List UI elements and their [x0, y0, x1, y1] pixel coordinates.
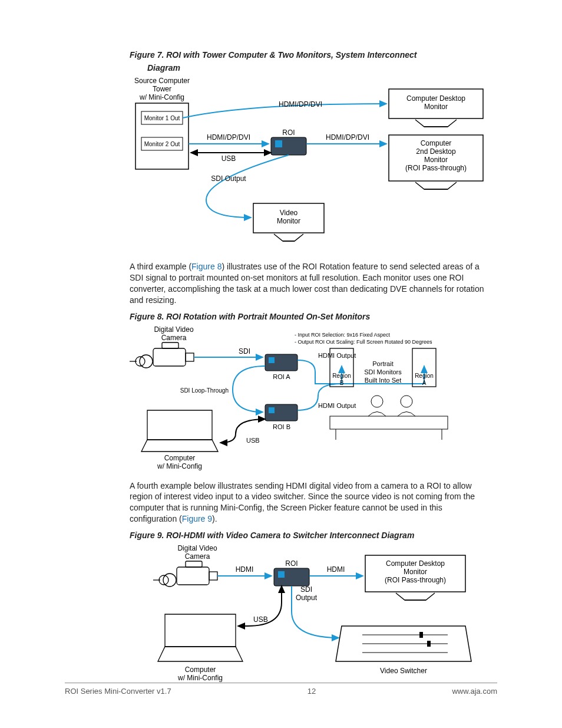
- svg-text:Region: Region: [415, 373, 434, 379]
- svg-text:ROI: ROI: [285, 559, 297, 568]
- svg-text:HDMI: HDMI: [327, 565, 345, 574]
- link-figure-8[interactable]: Figure 8: [191, 262, 222, 271]
- svg-text:HDMI/DP/DVI: HDMI/DP/DVI: [326, 133, 369, 141]
- svg-text:Video Switcher: Video Switcher: [380, 667, 427, 675]
- svg-text:Camera: Camera: [161, 334, 187, 342]
- svg-text:Computer: Computer: [164, 454, 196, 462]
- svg-text:SDI Monitors: SDI Monitors: [364, 368, 402, 375]
- svg-text:Computer Desktop: Computer Desktop: [406, 94, 465, 103]
- svg-text:SDI Loop-Through: SDI Loop-Through: [180, 387, 229, 394]
- svg-rect-97: [427, 641, 431, 647]
- svg-text:Digital Video: Digital Video: [177, 544, 217, 552]
- svg-text:Video: Video: [280, 209, 298, 217]
- svg-text:Built Into Set: Built Into Set: [365, 377, 401, 384]
- svg-text:Output: Output: [296, 594, 318, 602]
- svg-text:HDMI/DP/DVI: HDMI/DP/DVI: [207, 133, 250, 141]
- svg-text:Monitor 2 Out: Monitor 2 Out: [144, 141, 180, 147]
- svg-rect-65: [330, 416, 448, 429]
- svg-text:Monitor: Monitor: [424, 103, 448, 111]
- svg-rect-37: [153, 348, 186, 366]
- svg-rect-96: [419, 632, 423, 638]
- svg-text:w/ Mini-Config: w/ Mini-Config: [157, 462, 202, 470]
- link-figure-9[interactable]: Figure 9: [182, 514, 212, 523]
- svg-rect-19: [275, 140, 282, 147]
- svg-text:SDI: SDI: [239, 347, 250, 355]
- svg-rect-3: [135, 103, 189, 169]
- svg-text:w/ Mini-Config: w/ Mini-Config: [139, 93, 184, 101]
- paragraph-fourth-example: A fourth example below illustrates sendi…: [130, 480, 489, 525]
- figure-7-caption-line2: Diagram: [147, 63, 497, 73]
- figure-8-diagram: Digital Video Camera - Input ROI Selecti…: [130, 325, 497, 472]
- svg-text:Monitor 1 Out: Monitor 1 Out: [144, 115, 180, 121]
- svg-point-63: [371, 396, 383, 407]
- figure-8-caption: Figure 8. ROI Rotation with Portrait Mou…: [130, 312, 497, 321]
- svg-text:HDMI: HDMI: [236, 565, 254, 574]
- svg-text:B: B: [340, 380, 344, 386]
- svg-rect-74: [209, 572, 217, 580]
- svg-text:Monitor: Monitor: [404, 568, 427, 576]
- svg-text:USB: USB: [253, 615, 268, 624]
- svg-rect-47: [269, 407, 275, 413]
- svg-rect-44: [269, 357, 275, 363]
- footer-left: ROI Series Mini-Converter v1.7: [65, 687, 171, 696]
- svg-text:ROI: ROI: [282, 129, 295, 137]
- svg-text:(ROI Pass-through): (ROI Pass-through): [385, 576, 446, 584]
- svg-text:A: A: [422, 380, 427, 386]
- paragraph-third-example: A third example (Figure 8) illustrates u…: [130, 261, 489, 306]
- svg-text:Monitor: Monitor: [277, 217, 300, 225]
- footer-page-number: 12: [308, 687, 316, 696]
- svg-text:ROI A: ROI A: [273, 373, 290, 380]
- svg-text:Digital Video: Digital Video: [154, 325, 193, 334]
- page-footer: ROI Series Mini-Converter v1.7 12 www.aj…: [65, 683, 497, 696]
- svg-text:HDMI Output: HDMI Output: [318, 402, 356, 409]
- svg-text:Portrait: Portrait: [372, 360, 393, 367]
- svg-rect-80: [278, 571, 285, 578]
- svg-text:Region: Region: [332, 373, 351, 379]
- svg-rect-42: [162, 342, 178, 348]
- svg-text:Computer: Computer: [185, 666, 216, 674]
- svg-text:2nd Desktop: 2nd Desktop: [416, 147, 456, 156]
- svg-text:Camera: Camera: [185, 552, 210, 561]
- svg-text:Source Computer: Source Computer: [134, 77, 190, 85]
- svg-text:SDI Output: SDI Output: [211, 174, 246, 183]
- svg-text:Monitor: Monitor: [424, 156, 448, 164]
- svg-text:SDI: SDI: [300, 585, 312, 594]
- svg-text:Computer: Computer: [421, 139, 452, 147]
- document-page: Figure 7. ROI with Tower Computer & Two …: [0, 0, 562, 728]
- svg-rect-73: [177, 567, 209, 585]
- svg-text:Tower: Tower: [153, 85, 171, 93]
- svg-text:- Input ROI Selection: 9x16 Fi: - Input ROI Selection: 9x16 Fixed Aspect: [295, 332, 391, 338]
- figure-9-diagram: Digital Video Camera ROI Computer Deskto…: [130, 543, 497, 691]
- footer-right: www.aja.com: [452, 687, 497, 696]
- svg-text:HDMI/DP/DVI: HDMI/DP/DVI: [279, 100, 322, 108]
- figure-9-caption: Figure 9. ROI-HDMI with Video Camera to …: [130, 531, 497, 540]
- figure-7-caption-line1: Figure 7. ROI with Tower Computer & Two …: [130, 50, 497, 60]
- svg-text:Computer Desktop: Computer Desktop: [386, 559, 445, 568]
- svg-text:- Output ROI Out Scaling: Full: - Output ROI Out Scaling: Full Screen Ro…: [295, 339, 432, 345]
- svg-text:USB: USB: [246, 437, 260, 444]
- svg-text:USB: USB: [222, 154, 236, 163]
- svg-rect-38: [186, 353, 194, 361]
- figure-7-diagram: Source Computer Tower w/ Mini-Config Mon…: [130, 76, 497, 253]
- svg-rect-78: [186, 561, 202, 567]
- svg-text:HDMI Output: HDMI Output: [318, 352, 356, 359]
- svg-text:w/ Mini-Config: w/ Mini-Config: [177, 674, 223, 682]
- svg-point-64: [401, 396, 412, 407]
- svg-text:(ROI Pass-through): (ROI Pass-through): [405, 164, 467, 172]
- svg-text:ROI B: ROI B: [273, 423, 290, 430]
